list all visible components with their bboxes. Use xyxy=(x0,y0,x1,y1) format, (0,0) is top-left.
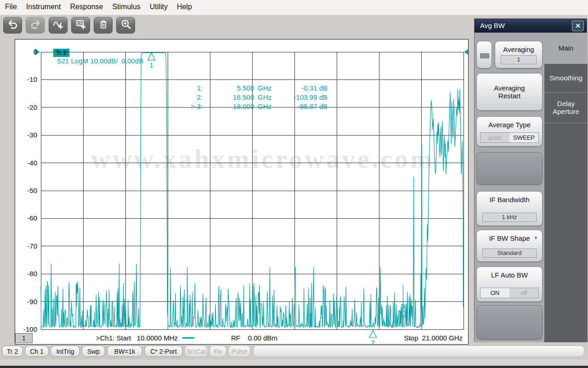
toggle-indicator-icon xyxy=(480,53,489,58)
add-channel-icon: Ch xyxy=(75,19,86,32)
channel-number-badge: 1 xyxy=(15,333,33,343)
tab-smoothing[interactable]: Smoothing xyxy=(544,64,588,93)
menu-file[interactable]: File xyxy=(0,0,22,11)
trash-icon xyxy=(98,19,109,32)
mk-val: -0.31 dB xyxy=(280,84,328,93)
menu-help[interactable]: Help xyxy=(172,0,197,11)
svg-text:Ch: Ch xyxy=(77,21,82,26)
stop-frequency-label: Stop 21.0000 GHz xyxy=(404,334,463,342)
marker-triangle-icon xyxy=(148,53,155,60)
window-bottom-edge xyxy=(0,366,588,368)
menu-utility[interactable]: Utility xyxy=(145,0,172,11)
trace-label: Tr 2 S21 LogM 10.00dB/ 0.00dB xyxy=(41,40,143,49)
mk-freq: 18.000 xyxy=(203,102,254,111)
redo-icon xyxy=(30,19,41,32)
if-bw-shape-value-field[interactable]: Standard xyxy=(482,249,537,258)
empty-softkey-2 xyxy=(476,305,543,340)
avg-bw-panel: Avg BW ✕ Averaging 1 Averaging Restart A… xyxy=(474,18,587,342)
redo-button xyxy=(26,17,45,34)
averaging-label: Averaging xyxy=(495,41,542,53)
average-type-option-point[interactable]: point xyxy=(481,133,509,142)
mk-freq: 16.500 xyxy=(203,93,254,102)
y-tick--10: -10 xyxy=(16,75,37,84)
if-bandwidth-label: IF Bandwidth xyxy=(477,192,542,204)
add-trace-icon xyxy=(53,19,64,32)
chart-panel: Tr 2 S21 LogM 10.00dB/ 0.00dB 0-10-20-30… xyxy=(15,39,469,345)
menu-instrument[interactable]: Instrument xyxy=(22,0,66,11)
status-button-swp[interactable]: Swp xyxy=(82,345,105,357)
average-type-option-sweep[interactable]: SWEEP xyxy=(509,133,538,142)
status-button-tr-2[interactable]: Tr 2 xyxy=(2,345,23,357)
trace-color-dash xyxy=(182,337,194,339)
chevron-down-icon: ▼ xyxy=(534,236,538,240)
mk-unit: GHz xyxy=(254,84,280,93)
averaging-restart-label: Averaging Restart xyxy=(484,84,535,100)
status-button-fix: Fix xyxy=(209,345,226,357)
averaging-value-field[interactable]: 1 xyxy=(501,55,537,64)
averaging-button[interactable]: Averaging 1 xyxy=(495,41,543,68)
status-button-c-2-port[interactable]: C* 2-Port xyxy=(144,345,183,357)
panel-header: Avg BW ✕ xyxy=(475,19,587,33)
panel-tab-column: Main Smoothing Delay Aperture xyxy=(544,33,588,342)
marker-label-1: 1 xyxy=(150,62,153,69)
mk-freq: 5.500 xyxy=(203,84,254,93)
average-type-button[interactable]: Average Type point SWEEP xyxy=(476,116,543,147)
mk-unit: GHz xyxy=(254,93,280,102)
delete-button[interactable] xyxy=(94,17,113,34)
lf-auto-bw-label: LF Auto BW xyxy=(477,267,542,279)
close-icon[interactable]: ✕ xyxy=(572,21,584,31)
y-tick--80: -80 xyxy=(16,270,37,278)
rf-power-label: RF 0.00 dBm xyxy=(231,334,277,342)
y-tick--70: -70 xyxy=(16,242,37,250)
status-button-srccal: SrcCal xyxy=(185,345,208,357)
y-tick--90: -90 xyxy=(16,298,37,306)
marker-readout-row-2: 2:16.500GHz-103.99 dB xyxy=(175,93,328,102)
tab-delay-aperture-label: Delay Aperture xyxy=(550,100,582,115)
zoom-button[interactable] xyxy=(116,17,135,34)
menu-response[interactable]: Response xyxy=(65,0,107,11)
if-bandwidth-button[interactable]: IF Bandwidth 1 kHz xyxy=(476,191,543,226)
undo-button[interactable] xyxy=(3,17,22,34)
status-button-inttrig[interactable]: IntTrig xyxy=(51,345,80,357)
lf-auto-bw-option-on[interactable]: ON xyxy=(481,288,509,298)
average-type-segmented: point SWEEP xyxy=(480,132,539,143)
averaging-toggle-button[interactable] xyxy=(476,41,492,68)
vna-application-window: FileInstrumentResponseStimulusUtilityHel… xyxy=(0,0,588,368)
tab-delay-aperture[interactable]: Delay Aperture xyxy=(544,92,588,123)
status-button-bw-1k[interactable]: BW=1k xyxy=(107,345,142,357)
reference-level-arrow-right-icon xyxy=(464,49,469,55)
start-frequency-label: >Ch1: Start 10.0000 MHz xyxy=(96,334,194,342)
mk-id: 1: xyxy=(175,84,203,93)
start-frequency-text: >Ch1: Start 10.0000 MHz xyxy=(96,334,178,342)
averaging-restart-button[interactable]: Averaging Restart xyxy=(476,73,543,111)
add-trace-button[interactable] xyxy=(49,17,68,34)
if-bw-shape-button[interactable]: IF BW Shape ▼ Standard xyxy=(476,230,543,262)
y-tick--40: -40 xyxy=(16,159,37,167)
menu-stimulus[interactable]: Stimulus xyxy=(107,0,145,11)
y-tick-0: 0 xyxy=(16,48,37,56)
marker-label-3: 3 xyxy=(401,303,405,310)
if-bandwidth-value-field[interactable]: 1 kHz xyxy=(482,213,537,222)
status-button-ch-1[interactable]: Ch 1 xyxy=(25,345,49,357)
status-button-pulse: Pulse xyxy=(228,345,250,357)
y-tick--20: -20 xyxy=(16,103,37,112)
marker-readout-row-3: > 3:18.000GHz-95.87 dB xyxy=(175,102,328,111)
zoom-in-icon xyxy=(120,19,131,32)
panel-title: Avg BW xyxy=(480,22,505,29)
add-channel-button[interactable]: Ch xyxy=(71,17,90,34)
mk-id: > 3: xyxy=(175,102,203,111)
marker-readout-row-1: 1:5.500GHz-0.31 dB xyxy=(175,84,328,93)
status-bar: Tr 2Ch 1IntTrigSwpBW=1kC* 2-PortSrcCalFi… xyxy=(0,345,588,358)
lf-auto-bw-option-off[interactable]: off xyxy=(509,288,538,298)
status-empty-pill xyxy=(253,345,584,357)
tab-main[interactable]: Main xyxy=(544,33,588,64)
lf-auto-bw-button[interactable]: LF Auto BW ON off xyxy=(476,266,543,302)
y-tick--60: -60 xyxy=(16,214,37,222)
mk-unit: GHz xyxy=(254,102,280,111)
mk-val: -103.99 dB xyxy=(280,93,328,102)
lf-auto-bw-segmented: ON off xyxy=(480,288,539,298)
marker-1[interactable]: 1 xyxy=(148,53,155,69)
mk-val: -95.87 dB xyxy=(280,102,328,111)
menu-bar: FileInstrumentResponseStimulusUtilityHel… xyxy=(0,0,588,15)
if-bw-shape-label: IF BW Shape xyxy=(477,230,542,242)
